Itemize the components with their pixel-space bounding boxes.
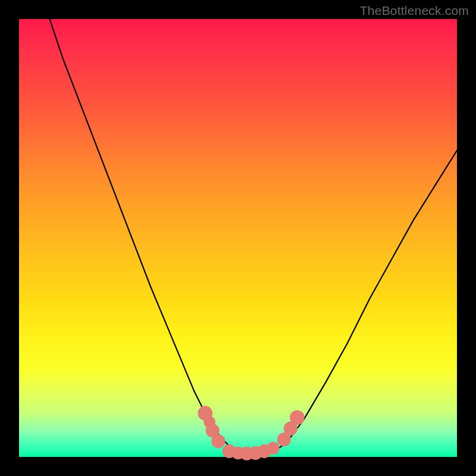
curve-marker: [211, 434, 225, 448]
bottleneck-curve: [50, 19, 458, 455]
watermark-text: TheBottleneck.com: [360, 4, 469, 18]
curve-markers: [198, 406, 304, 461]
plot-area: [19, 19, 457, 457]
curve-marker: [290, 410, 305, 425]
chart-frame: TheBottleneck.com: [0, 0, 476, 476]
curve-marker: [267, 442, 280, 455]
chart-svg: [19, 19, 457, 457]
